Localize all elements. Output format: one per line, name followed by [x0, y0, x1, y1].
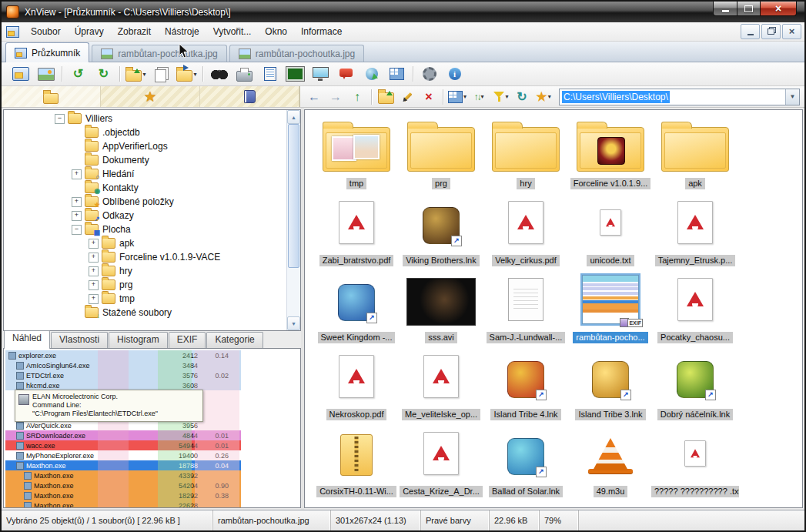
- settings-button[interactable]: [416, 64, 442, 84]
- favorites-button[interactable]: ★▾: [533, 88, 554, 105]
- sort-button[interactable]: ↑↓▾: [468, 88, 490, 105]
- preview-tab-kategorie[interactable]: Kategorie: [206, 332, 263, 348]
- screen-capture-button[interactable]: [308, 64, 333, 84]
- tree-item-forceline-v1-0-1-9-vace[interactable]: +Forceline v1.0.1.9-VACE: [4, 250, 287, 264]
- file-thumbnail-nekroskop-pdf[interactable]: Nekroskop.pdf: [314, 346, 399, 423]
- tree-item-hled-n[interactable]: +○Hledání: [4, 167, 287, 181]
- file-thumbnail-unicode-txt[interactable]: unicode.txt: [568, 192, 653, 269]
- file-thumbnail-apk[interactable]: apk: [653, 115, 737, 192]
- tree-item-plocha[interactable]: −▦Plocha: [4, 223, 287, 236]
- tree-item-prg[interactable]: +prg: [4, 278, 287, 292]
- print-button[interactable]: [232, 64, 257, 84]
- file-thumbnail-ramb-tan-pocho[interactable]: EXIFrambůtan-pocho...: [568, 269, 653, 346]
- address-input[interactable]: C:\Users\Villiers\Desktop\: [560, 89, 785, 105]
- menu-item-okno[interactable]: Okno: [258, 23, 294, 40]
- minimize-button[interactable]: [713, 2, 737, 16]
- tree-item-obl-ben-polo-ky[interactable]: +★Oblíbené položky: [4, 195, 287, 209]
- tree-expander-icon[interactable]: +: [72, 197, 82, 207]
- preview-tab-histogram[interactable]: Histogram: [109, 332, 168, 348]
- file-thumbnail-dobr-n-eln-k-lnk[interactable]: ↗Dobrý náčelník.lnk: [653, 346, 737, 423]
- scrollbar-thumb[interactable]: [288, 124, 299, 268]
- file-thumbnail-pocatky-chaosu[interactable]: Pocatky_chaosu...: [653, 269, 737, 346]
- tree-item-kontakty[interactable]: +◉Kontakty: [4, 181, 287, 195]
- file-thumbnail-island-tribe-4-lnk[interactable]: ↗Island Tribe 4.lnk: [483, 346, 568, 423]
- mdi-close-button[interactable]: ×: [782, 24, 801, 39]
- preview-tab-exif[interactable]: EXIF: [169, 332, 206, 348]
- file-thumbnail-hry[interactable]: hry: [483, 115, 568, 192]
- file-thumbnail-island-tribe-3-lnk[interactable]: ↗Island Tribe 3.lnk: [568, 346, 653, 423]
- tree-item-objectdb[interactable]: +.objectdb: [4, 125, 287, 139]
- menu-item-n-stroje[interactable]: Nástroje: [158, 23, 206, 40]
- file-thumbnail-corsixth-0-11-wi[interactable]: CorsixTH-0.11-Wi...: [314, 423, 399, 500]
- tree-expander-icon[interactable]: −: [55, 114, 65, 124]
- tree-item-villiers[interactable]: −Villiers: [4, 112, 287, 125]
- web-button[interactable]: [359, 64, 384, 84]
- refresh-button[interactable]: ↻: [511, 88, 533, 105]
- file-thumbnail-cesta-krize-a-dr[interactable]: Cesta_Krize_A_Dr...: [399, 423, 483, 500]
- tab-3[interactable]: rambůtan-pochoutka.jpg: [229, 45, 364, 62]
- file-thumbnail-prg[interactable]: prg: [399, 115, 483, 192]
- scroll-up-button[interactable]: ▲: [287, 110, 300, 124]
- favorites-panel-tab[interactable]: ★: [101, 86, 200, 107]
- folders-panel-tab[interactable]: [2, 86, 101, 107]
- mdi-child-icon[interactable]: [6, 26, 19, 38]
- viewer-button[interactable]: [33, 64, 59, 84]
- menu-item-informace[interactable]: Informace: [294, 23, 349, 40]
- file-thumbnail-49-m3u[interactable]: 49.m3u: [568, 423, 653, 500]
- tree-expander-icon[interactable]: +: [89, 239, 99, 249]
- tree-item-odkazy[interactable]: +↗Odkazy: [4, 209, 287, 223]
- tree-item-appverifierlogs[interactable]: +AppVerifierLogs: [4, 139, 287, 153]
- copy-to-folder-button[interactable]: [149, 64, 174, 84]
- address-dropdown-button[interactable]: ▼: [785, 89, 799, 105]
- view-mode-button[interactable]: ▾: [446, 88, 468, 105]
- new-folder-button[interactable]: [375, 88, 396, 105]
- search-button[interactable]: [206, 64, 232, 84]
- menu-item-pravy[interactable]: Úpravy: [68, 23, 111, 40]
- rotate-right-button[interactable]: ↻: [91, 64, 116, 84]
- file-thumbnail-tajemny-etrusk-p[interactable]: Tajemny_Etrusk.p...: [653, 192, 737, 269]
- tree-item-tmp[interactable]: +tmp: [4, 292, 287, 306]
- contact-sheet-button[interactable]: [257, 64, 283, 84]
- delete-button[interactable]: ×: [418, 88, 440, 105]
- scroll-down-button[interactable]: ▼: [287, 316, 300, 330]
- tree-item-apk[interactable]: +apk: [4, 236, 287, 250]
- file-thumbnail-sweet-kingdom[interactable]: ↗Sweet Kingdom -...: [314, 269, 399, 346]
- maximize-button[interactable]: [737, 2, 760, 16]
- file-thumbnail-sss-avi[interactable]: sss.avi: [399, 269, 483, 346]
- mdi-minimize-button[interactable]: [741, 24, 760, 39]
- browser-button[interactable]: [8, 64, 33, 84]
- up-button[interactable]: ↑: [346, 88, 368, 105]
- tab-1[interactable]: Průzkumník: [5, 42, 89, 62]
- tree-item-dokumenty[interactable]: +Dokumenty: [4, 153, 287, 167]
- tree-expander-icon[interactable]: +: [89, 294, 99, 304]
- tree-expander-icon[interactable]: +: [89, 266, 99, 276]
- back-button[interactable]: ←: [303, 88, 325, 105]
- categories-panel-tab[interactable]: [200, 86, 299, 107]
- tree-expander-icon[interactable]: +: [89, 280, 99, 290]
- rotate-left-button[interactable]: ↺: [65, 64, 91, 84]
- comment-button[interactable]: [333, 64, 359, 84]
- tree-scrollbar[interactable]: ▲ ▼: [286, 110, 300, 330]
- slideshow-button[interactable]: [283, 64, 308, 84]
- move-to-folder-button[interactable]: ▾: [123, 64, 149, 84]
- open-with-button[interactable]: ▾: [174, 64, 199, 84]
- tree-expander-icon[interactable]: +: [89, 253, 99, 263]
- mdi-restore-button[interactable]: [761, 24, 781, 39]
- edit-button[interactable]: [396, 88, 418, 105]
- tree-item-hry[interactable]: +hry: [4, 264, 287, 278]
- menu-item-soubor[interactable]: Soubor: [24, 23, 68, 40]
- file-thumbnail-forceline-v1-0-1-9[interactable]: Forceline v1.0.1.9...: [568, 115, 653, 192]
- batch-convert-button[interactable]: [384, 64, 410, 84]
- info-button[interactable]: i: [442, 64, 467, 84]
- file-thumbnail-me-velitelske-op[interactable]: Me_velitelske_op...: [399, 346, 483, 423]
- tree-expander-icon[interactable]: +: [72, 169, 82, 179]
- file-thumbnail-sam-j-lundwall[interactable]: Sam-J.-Lundwall-...: [483, 269, 568, 346]
- preview-tab-vlastnosti[interactable]: Vlastnosti: [51, 332, 108, 348]
- file-thumbnail-viking-brothers-lnk[interactable]: ↗Viking Brothers.lnk: [399, 192, 483, 269]
- filter-button[interactable]: ▾: [490, 88, 511, 105]
- tree-expander-icon[interactable]: −: [72, 225, 82, 235]
- menu-item-zobrazit[interactable]: Zobrazit: [111, 23, 158, 40]
- file-thumbnail-velky-cirkus-pdf[interactable]: Velky_cirkus.pdf: [483, 192, 568, 269]
- file-thumbnail-txt[interactable]: ????? ?????????? .txt: [653, 423, 737, 500]
- forward-button[interactable]: →: [325, 88, 346, 105]
